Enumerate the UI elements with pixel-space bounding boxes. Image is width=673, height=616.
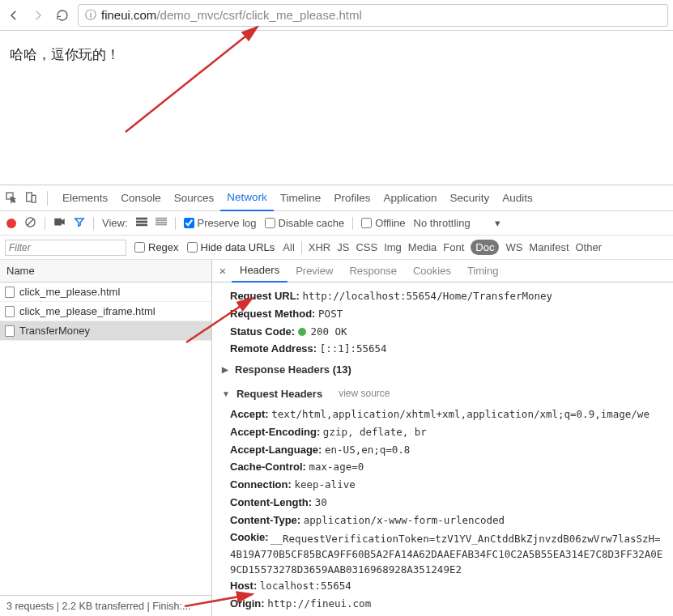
request-item[interactable]: TransferMoney — [0, 321, 211, 341]
svg-rect-8 — [54, 219, 62, 226]
header-host: Host: localhost:55654 — [222, 577, 663, 595]
tab-elements[interactable]: Elements — [56, 185, 114, 211]
filter-icon[interactable] — [74, 216, 85, 230]
close-icon[interactable]: × — [215, 264, 230, 278]
request-item-label: click_me_please_iframe.html — [19, 305, 155, 317]
tab-console[interactable]: Console — [114, 185, 168, 211]
status-code-row: Status Code: 200 OK — [222, 323, 663, 341]
filter-type-img[interactable]: Img — [384, 241, 402, 253]
address-bar[interactable]: ⓘ fineui.com/demo_mvc/csrf/click_me_plea… — [78, 4, 668, 27]
header-cache-control: Cache-Control: max-age=0 — [222, 458, 663, 476]
request-item-label: click_me_please.html — [19, 286, 120, 298]
svg-rect-9 — [136, 218, 147, 220]
header-connection: Connection: keep-alive — [222, 476, 663, 494]
offline-checkbox[interactable]: Offline — [361, 217, 405, 229]
inspect-icon[interactable] — [5, 191, 19, 206]
back-button[interactable] — [5, 6, 23, 24]
detail-tab-response[interactable]: Response — [341, 260, 405, 283]
chevron-down-icon: ▾ — [495, 217, 500, 229]
tab-profiles[interactable]: Profiles — [327, 185, 377, 211]
camera-icon[interactable] — [53, 217, 66, 229]
request-headers-section[interactable]: ▼Request Headersview source — [222, 382, 663, 406]
filter-type-font[interactable]: Font — [443, 241, 464, 253]
header-accept-encoding: Accept-Encoding: gzip, deflate, br — [222, 423, 663, 441]
url-host: fineui.com/demo_mvc/csrf/click_me_please… — [101, 8, 362, 22]
clear-icon[interactable] — [24, 216, 36, 231]
tab-application[interactable]: Application — [377, 185, 443, 211]
tab-security[interactable]: Security — [443, 185, 496, 211]
filter-type-css[interactable]: CSS — [356, 241, 377, 253]
request-item[interactable]: click_me_please.html — [0, 283, 211, 302]
devtools-tabs: ElementsConsoleSourcesNetworkTimelinePro… — [0, 185, 673, 211]
request-list: Name click_me_please.htmlclick_me_please… — [0, 260, 212, 616]
header-cookie-value: __RequestVerificationToken=tzV1YV_AnCtdd… — [222, 532, 663, 577]
svg-rect-4 — [27, 193, 32, 202]
tab-audits[interactable]: Audits — [496, 185, 539, 211]
filter-type-ws[interactable]: WS — [505, 241, 522, 253]
info-icon: ⓘ — [85, 8, 96, 23]
device-icon[interactable] — [24, 191, 39, 206]
triangle-down-icon: ▼ — [222, 388, 230, 400]
triangle-right-icon: ▶ — [222, 363, 228, 376]
svg-rect-13 — [155, 219, 167, 221]
record-button[interactable] — [6, 219, 16, 228]
document-icon — [5, 287, 15, 298]
view-label: View: — [102, 217, 128, 229]
svg-line-7 — [28, 219, 34, 225]
header-content-type: Content-Type: application/x-www-form-url… — [222, 512, 663, 529]
request-detail: × HeadersPreviewResponseCookiesTiming Re… — [212, 260, 673, 616]
request-item[interactable]: click_me_please_iframe.html — [0, 302, 211, 321]
svg-rect-15 — [155, 224, 167, 226]
svg-rect-14 — [155, 222, 167, 223]
hide-data-urls-checkbox[interactable]: Hide data URLs — [187, 241, 275, 253]
detail-tab-timing[interactable]: Timing — [459, 260, 507, 283]
view-source-link[interactable]: view source — [339, 386, 390, 401]
forward-button[interactable] — [29, 6, 47, 24]
page-text: 哈哈，逗你玩的！ — [10, 47, 120, 62]
detail-tab-cookies[interactable]: Cookies — [405, 260, 459, 283]
tab-network[interactable]: Network — [220, 185, 274, 211]
filter-type-manifest[interactable]: Manifest — [529, 241, 569, 253]
request-item-label: TransferMoney — [19, 325, 90, 337]
header-accept: Accept: text/html,application/xhtml+xml,… — [222, 406, 663, 423]
detail-tabs: × HeadersPreviewResponseCookiesTiming — [212, 260, 673, 283]
header-origin: Origin: http://fineui.com — [222, 595, 663, 613]
request-url-row: Request URL: http://localhost:55654/Home… — [222, 287, 663, 305]
filter-type-all[interactable]: All — [283, 241, 294, 253]
filter-type-doc[interactable]: Doc — [471, 240, 499, 255]
header-content-length: Content-Length: 30 — [222, 494, 663, 512]
headers-panel: Request URL: http://localhost:55654/Home… — [212, 283, 673, 616]
view-small-icon[interactable] — [155, 217, 167, 229]
view-large-icon[interactable] — [136, 217, 147, 229]
filter-type-xhr[interactable]: XHR — [309, 241, 330, 253]
devtools: ElementsConsoleSourcesNetworkTimelinePro… — [0, 185, 673, 616]
tab-sources[interactable]: Sources — [168, 185, 221, 211]
document-icon — [5, 306, 15, 317]
filter-input[interactable] — [5, 240, 126, 256]
filter-type-media[interactable]: Media — [408, 241, 437, 253]
page-content: 哈哈，逗你玩的！ — [0, 31, 673, 185]
status-dot-icon — [298, 328, 306, 336]
document-icon — [5, 325, 15, 337]
reload-button[interactable] — [53, 6, 71, 24]
tab-timeline[interactable]: Timeline — [274, 185, 328, 211]
filter-type-js[interactable]: JS — [337, 241, 349, 253]
regex-checkbox[interactable]: Regex — [134, 241, 179, 253]
detail-tab-headers[interactable]: Headers — [232, 260, 288, 283]
status-bar: 3 requests | 2.2 KB transferred | Finish… — [0, 595, 211, 616]
filter-type-other[interactable]: Other — [576, 241, 603, 253]
filter-bar: Regex Hide data URLs AllXHRJSCSSImgMedia… — [0, 236, 673, 260]
request-list-header[interactable]: Name — [0, 260, 211, 283]
request-method-row: Request Method: POST — [222, 305, 663, 323]
throttling-dropdown[interactable]: No throttling▾ — [414, 217, 500, 229]
detail-tab-preview[interactable]: Preview — [288, 260, 341, 283]
response-headers-section[interactable]: ▶Response Headers (13) — [222, 358, 663, 382]
network-toolbar: View: Preserve log Disable cache Offline… — [0, 211, 673, 236]
remote-address-row: Remote Address: [::1]:55654 — [222, 340, 663, 358]
svg-rect-10 — [136, 221, 147, 223]
header-accept-language: Accept-Language: en-US,en;q=0.8 — [222, 441, 663, 459]
header-referer: Referer: http://fineui.com/demo_mvc/csrf… — [222, 613, 663, 616]
preserve-log-checkbox[interactable]: Preserve log — [184, 217, 257, 229]
svg-rect-12 — [155, 218, 167, 219]
disable-cache-checkbox[interactable]: Disable cache — [265, 217, 345, 229]
